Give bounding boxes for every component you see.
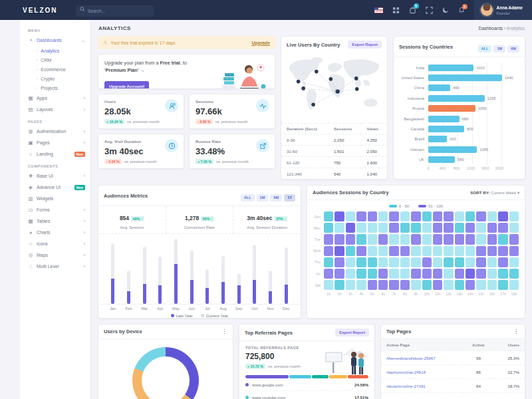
heatmap-cell[interactable] (509, 269, 519, 279)
heatmap-cell[interactable] (356, 223, 366, 233)
heatmap-cell[interactable] (466, 257, 475, 267)
brand-logo[interactable]: VELZON (23, 7, 74, 14)
kebab-menu-icon[interactable]: ⋮ (221, 329, 227, 334)
heatmap-cell[interactable] (476, 223, 485, 233)
heatmap-cell[interactable] (411, 223, 420, 233)
sidebar-item-icons[interactable]: ☆Icons› (20, 238, 90, 249)
heatmap-cell[interactable] (466, 246, 475, 256)
sidebar-subitem-analytics[interactable]: –Analytics (20, 46, 90, 55)
heatmap-cell[interactable] (389, 246, 398, 256)
heatmap-cell[interactable] (400, 257, 410, 267)
heatmap-cell[interactable] (498, 234, 507, 244)
heatmap-cell[interactable] (400, 280, 410, 290)
filter-6m-button[interactable]: 6M (270, 194, 282, 201)
upgrade-link[interactable]: Upgrade (251, 41, 270, 45)
sidebar-item-dashboards[interactable]: ◔Dashboards⌄ (20, 35, 90, 46)
heatmap-cell[interactable] (378, 269, 388, 279)
fullscreen-icon[interactable] (426, 7, 433, 14)
heatmap-cell[interactable] (368, 257, 377, 267)
filter-1m-button[interactable]: 1M (257, 194, 269, 201)
sidebar-item-widgets[interactable]: ▥Widgets (20, 193, 90, 204)
heatmap-cell[interactable] (444, 280, 453, 290)
top-referrals-export-button[interactable]: Export Report (335, 329, 369, 336)
page-link[interactable]: /skote/timeline-27391 (386, 384, 426, 388)
heatmap-cell[interactable] (455, 211, 464, 221)
heatmap-cell[interactable] (487, 234, 497, 244)
heatmap-cell[interactable] (466, 223, 475, 233)
heatmap-cell[interactable] (334, 223, 344, 233)
heatmap-cell[interactable] (498, 269, 507, 279)
upgrade-account-button[interactable]: Upgrade Account! (104, 81, 149, 89)
heatmap-cell[interactable] (498, 223, 507, 233)
heatmap-cell[interactable] (346, 280, 355, 290)
heatmap-cell[interactable] (356, 246, 366, 256)
heatmap-cell[interactable] (422, 280, 432, 290)
heatmap-cell[interactable] (422, 257, 432, 267)
heatmap-cell[interactable] (389, 223, 398, 233)
sidebar-item-apps[interactable]: ▦Apps› (20, 92, 90, 104)
heatmap-cell[interactable] (356, 234, 366, 244)
sidebar-item-layouts[interactable]: ▤Layouts› (20, 104, 90, 115)
heatmap-cell[interactable] (378, 211, 388, 221)
apps-grid-icon[interactable] (392, 7, 400, 14)
sidebar-item-tables[interactable]: ▦Tables› (20, 215, 90, 227)
heatmap-cell[interactable] (498, 280, 507, 290)
heatmap-cell[interactable] (389, 257, 398, 267)
heatmap-cell[interactable] (433, 246, 442, 256)
kebab-menu-icon[interactable]: ⋮ (513, 329, 519, 334)
heatmap-cell[interactable] (324, 246, 333, 256)
heatmap-cell[interactable] (487, 211, 497, 221)
heatmap-cell[interactable] (324, 211, 333, 221)
heatmap-cell[interactable] (498, 257, 507, 267)
heatmap-cell[interactable] (422, 246, 432, 256)
heatmap-cell[interactable] (498, 246, 507, 256)
heatmap-cell[interactable] (378, 234, 388, 244)
filter-all-button[interactable]: ALL (241, 194, 255, 201)
heatmap-cell[interactable] (400, 211, 410, 221)
sidebar-item-authentication[interactable]: ◍Authentication› (20, 126, 90, 137)
heatmap-cell[interactable] (334, 234, 344, 244)
filter-1y-button[interactable]: 1Y (284, 194, 295, 201)
heatmap-cell[interactable] (346, 211, 355, 221)
heatmap-cell[interactable] (466, 234, 475, 244)
heatmap-cell[interactable] (368, 280, 377, 290)
sidebar-item-multi-level[interactable]: ∴Multi Level› (20, 261, 90, 272)
heatmap-cell[interactable] (334, 257, 344, 267)
heatmap-cell[interactable] (389, 280, 398, 290)
heatmap-cell[interactable] (346, 223, 355, 233)
heatmap-cell[interactable] (411, 280, 420, 290)
heatmap-cell[interactable] (466, 280, 475, 290)
heatmap-cell[interactable] (509, 280, 519, 290)
heatmap-cell[interactable] (356, 269, 366, 279)
heatmap-cell[interactable] (455, 246, 464, 256)
heatmap-cell[interactable] (444, 257, 453, 267)
heatmap-cell[interactable] (476, 246, 485, 256)
search-input[interactable] (76, 5, 154, 17)
heatmap-cell[interactable] (509, 246, 519, 256)
heatmap-cell[interactable] (368, 211, 377, 221)
heatmap-cell[interactable] (346, 246, 355, 256)
heatmap-cell[interactable] (433, 211, 442, 221)
heatmap-cell[interactable] (444, 234, 453, 244)
heatmap-cell[interactable] (346, 269, 355, 279)
heatmap-cell[interactable] (476, 257, 485, 267)
heatmap-cell[interactable] (509, 257, 519, 267)
sort-by-dropdown[interactable]: SORT BY: Current Week ▾ (470, 190, 519, 195)
heatmap-cell[interactable] (346, 234, 355, 244)
heatmap-cell[interactable] (433, 280, 442, 290)
sidebar-item-charts[interactable]: ◕Charts› (20, 227, 90, 238)
heatmap-cell[interactable] (444, 223, 453, 233)
heatmap-cell[interactable] (476, 211, 485, 221)
sidebar-item-advance-ui[interactable]: ◈Advance UINew (20, 182, 90, 193)
filter-6m-button[interactable]: 6M (507, 45, 519, 53)
heatmap-cell[interactable] (411, 246, 420, 256)
heatmap-cell[interactable] (455, 257, 464, 267)
heatmap-cell[interactable] (466, 211, 475, 221)
heatmap-cell[interactable] (455, 223, 464, 233)
heatmap-cell[interactable] (324, 257, 333, 267)
heatmap-cell[interactable] (487, 269, 497, 279)
heatmap-cell[interactable] (422, 269, 432, 279)
heatmap-cell[interactable] (356, 280, 366, 290)
heatmap-cell[interactable] (356, 257, 366, 267)
heatmap-cell[interactable] (509, 211, 519, 221)
